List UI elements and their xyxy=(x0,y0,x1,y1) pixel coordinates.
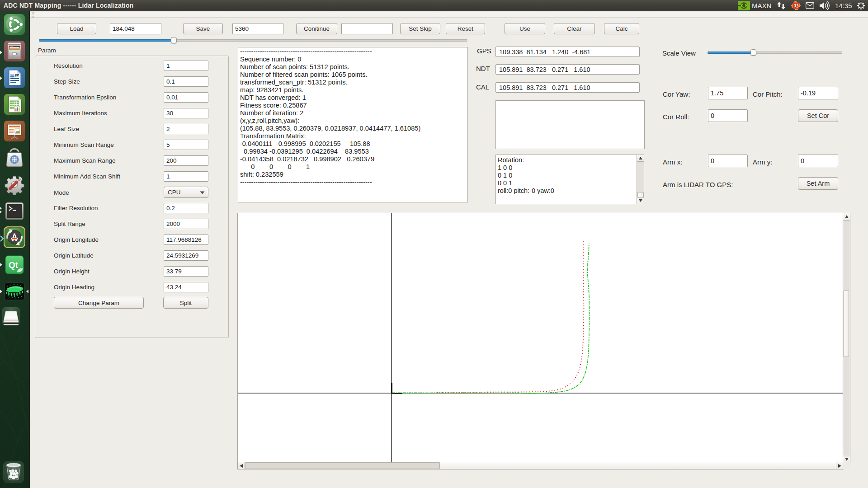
svg-text:Qt: Qt xyxy=(9,260,19,270)
